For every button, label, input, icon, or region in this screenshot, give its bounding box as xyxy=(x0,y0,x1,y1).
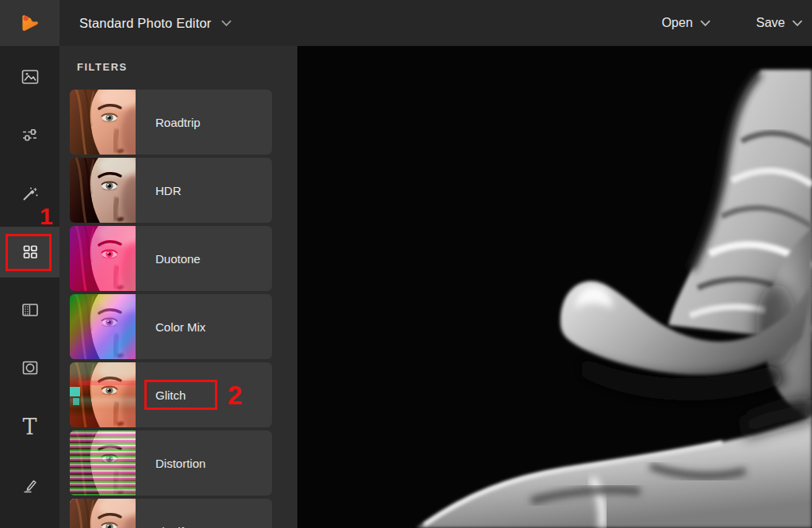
chevron-down-icon xyxy=(221,20,232,27)
annotation-box-glitch xyxy=(144,380,217,410)
sidebar-item-draw[interactable] xyxy=(0,460,59,511)
filter-thumbnail xyxy=(70,499,136,528)
filter-card-hdr[interactable]: HDR xyxy=(70,158,272,223)
save-button-label: Save xyxy=(756,16,785,30)
filter-label: Duotone xyxy=(155,226,201,291)
filter-list: Roadtrip HDR Duotone xyxy=(70,90,287,528)
panel-title: FILTERS xyxy=(77,61,128,73)
filter-thumbnail xyxy=(70,158,136,223)
filter-thumbnail xyxy=(70,362,136,427)
chevron-down-icon xyxy=(700,20,710,27)
sidebar-item-frames[interactable] xyxy=(0,342,59,393)
filter-thumbnail xyxy=(70,430,136,495)
filter-label: Liquify xyxy=(155,499,190,528)
filter-label: Roadtrip xyxy=(155,90,201,155)
topbar: Standard Photo Editor Open Save xyxy=(0,0,812,46)
filter-card-liquify[interactable]: Liquify xyxy=(70,499,272,528)
sidebar-item-image[interactable] xyxy=(0,52,59,102)
photo-editor-app: Standard Photo Editor Open Save xyxy=(0,0,812,528)
frame-icon xyxy=(21,358,40,377)
image-icon xyxy=(21,67,40,86)
filter-card-duotone[interactable]: Duotone xyxy=(70,226,272,291)
sliders-icon xyxy=(21,125,40,144)
filter-card-glitch[interactable]: Glitch 2 xyxy=(70,362,272,427)
filter-label: HDR xyxy=(155,158,182,223)
sidebar-item-text[interactable]: T xyxy=(0,401,59,452)
editor-title-dropdown[interactable]: Standard Photo Editor xyxy=(79,0,232,46)
page-title: Standard Photo Editor xyxy=(79,16,212,31)
filter-card-distortion[interactable]: Distortion xyxy=(70,430,272,495)
filter-thumbnail xyxy=(70,90,136,155)
overlay-icon xyxy=(21,300,40,319)
sidebar: T 1 xyxy=(0,46,59,528)
open-button-label: Open xyxy=(661,16,692,30)
canvas xyxy=(297,46,812,528)
chevron-down-icon xyxy=(792,20,802,27)
magic-wand-icon xyxy=(21,184,40,203)
filter-card-colormix[interactable]: Color Mix xyxy=(70,294,272,359)
filter-label: Color Mix xyxy=(155,294,205,359)
sidebar-item-adjust[interactable] xyxy=(0,109,59,160)
statue-image xyxy=(297,46,812,528)
text-icon: T xyxy=(22,416,36,438)
save-button[interactable]: Save xyxy=(756,16,802,30)
sidebar-item-overlays[interactable] xyxy=(0,285,59,335)
annotation-step-2: 2 xyxy=(228,381,242,411)
annotation-step-1: 1 xyxy=(40,203,53,230)
filter-thumbnail xyxy=(70,294,136,359)
filter-label: Distortion xyxy=(155,430,205,495)
topbar-actions: Open Save xyxy=(661,0,802,46)
filter-card-roadtrip[interactable]: Roadtrip xyxy=(70,90,272,155)
pen-icon xyxy=(21,476,40,495)
app-logo[interactable] xyxy=(0,0,59,46)
annotation-box-filters xyxy=(6,234,52,271)
filter-thumbnail xyxy=(70,226,136,291)
colorcinch-logo-icon xyxy=(18,11,42,35)
filters-panel: FILTERS Roadtrip HDR xyxy=(59,46,297,528)
open-button[interactable]: Open xyxy=(661,16,710,30)
